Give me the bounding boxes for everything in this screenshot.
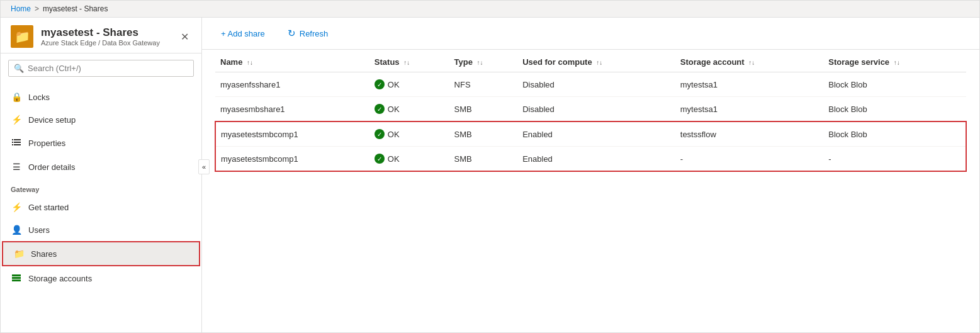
check-icon: ✓ [375, 104, 385, 114]
shares-folder-icon: 📁 [13, 249, 25, 259]
sidebar-item-shares[interactable]: 📁 Shares [2, 241, 200, 266]
sort-name-icon[interactable]: ↑↓ [247, 59, 253, 66]
add-share-button[interactable]: + Add share [215, 25, 271, 42]
sidebar-item-get-started-label: Get started [28, 203, 69, 212]
cell-compute: Disabled [517, 72, 675, 97]
cell-storage-account: testssflow [675, 121, 823, 147]
cell-storage-service: Block Blob [823, 72, 966, 97]
sidebar-item-device-setup-label: Device setup [28, 115, 76, 125]
cell-storage-account: mytestsa1 [675, 72, 823, 97]
status-ok: ✓ OK [375, 104, 444, 114]
add-share-label: + Add share [221, 29, 265, 38]
breadcrumb-home[interactable]: Home [11, 4, 31, 13]
sidebar-item-storage-accounts-label: Storage accounts [28, 274, 92, 283]
svg-rect-4 [13, 142, 14, 143]
close-button[interactable]: ✕ [178, 28, 191, 45]
cell-name: myasetestsmbcomp1 [215, 147, 369, 172]
status-ok: ✓ OK [375, 79, 444, 89]
sort-status-icon[interactable]: ↑↓ [403, 59, 410, 66]
cell-compute: Enabled [517, 121, 675, 147]
resource-icon: 📁 [11, 25, 33, 48]
cell-name: myasesmbshare1 [215, 97, 369, 122]
svg-rect-7 [12, 277, 21, 279]
sidebar: 📁 myasetest - Shares Azure Stack Edge / … [1, 18, 202, 332]
cell-type: SMB [449, 147, 518, 172]
order-details-icon: ☰ [11, 162, 22, 172]
cell-name: myasetestsmbcomp1 [215, 121, 369, 147]
properties-icon [11, 137, 22, 149]
cell-storage-service: - [823, 147, 966, 172]
table-row[interactable]: myasesmbshare1 ✓ OK SMB Disabled mytests… [215, 97, 966, 122]
refresh-icon: ↻ [288, 28, 296, 39]
sidebar-subtitle: Azure Stack Edge / Data Box Gateway [41, 39, 160, 47]
cell-compute: Disabled [517, 97, 675, 122]
sort-compute-icon[interactable]: ↑↓ [596, 59, 602, 66]
sidebar-item-locks-label: Locks [28, 93, 50, 102]
sidebar-collapse-button[interactable]: « [198, 159, 210, 174]
sidebar-item-locks[interactable]: 🔒 Locks [1, 86, 201, 108]
cell-compute: Enabled [517, 147, 675, 172]
sidebar-item-get-started[interactable]: ⚡ Get started [1, 196, 201, 218]
cell-status: ✓ OK [369, 121, 449, 147]
breadcrumb: Home > myasetest - Shares [1, 1, 979, 18]
sidebar-item-properties[interactable]: Properties [1, 131, 201, 155]
cell-storage-account: mytestsa1 [675, 97, 823, 122]
cell-type: SMB [449, 121, 518, 147]
col-status[interactable]: Status ↑↓ [369, 50, 449, 72]
check-icon: ✓ [375, 129, 385, 139]
cell-type: SMB [449, 97, 518, 122]
sidebar-item-order-details[interactable]: ☰ Order details [1, 155, 201, 178]
search-box[interactable]: 🔍 [8, 60, 194, 77]
refresh-button[interactable]: ↻ Refresh [281, 24, 335, 43]
table-row[interactable]: myasetestsmbcomp1 ✓ OK SMB Enabled - - [215, 147, 966, 172]
col-storage-service[interactable]: Storage service ↑↓ [823, 50, 966, 72]
sort-type-icon[interactable]: ↑↓ [477, 59, 483, 66]
cell-status: ✓ OK [369, 97, 449, 122]
col-type[interactable]: Type ↑↓ [449, 50, 518, 72]
sidebar-title: myasetest - Shares [41, 26, 160, 39]
get-started-icon: ⚡ [11, 202, 22, 212]
status-ok: ✓ OK [375, 154, 444, 164]
sort-storage-service-icon[interactable]: ↑↓ [894, 59, 900, 66]
sidebar-header: 📁 myasetest - Shares Azure Stack Edge / … [1, 18, 201, 54]
table-header-row: Name ↑↓ Status ↑↓ Type ↑↓ [215, 50, 966, 72]
table-area: Name ↑↓ Status ↑↓ Type ↑↓ [202, 50, 979, 332]
svg-rect-6 [12, 274, 21, 276]
cell-type: NFS [449, 72, 518, 97]
svg-rect-3 [13, 139, 14, 140]
refresh-label: Refresh [300, 29, 329, 38]
svg-rect-8 [12, 279, 21, 281]
users-icon: 👤 [11, 225, 22, 235]
sidebar-item-users-label: Users [28, 225, 50, 235]
search-icon: 🔍 [14, 64, 24, 73]
sort-storage-account-icon[interactable]: ↑↓ [748, 59, 755, 66]
lock-icon: 🔒 [11, 92, 22, 102]
svg-rect-5 [13, 144, 14, 145]
toolbar: + Add share ↻ Refresh [202, 18, 979, 50]
status-ok: ✓ OK [375, 129, 444, 139]
sidebar-nav: 🔒 Locks ⚡ Device setup [1, 83, 201, 293]
cell-storage-service: Block Blob [823, 97, 966, 122]
table-row[interactable]: myasetestsmbcomp1 ✓ OK SMB Enabled tests… [215, 121, 966, 147]
sidebar-item-device-setup[interactable]: ⚡ Device setup [1, 108, 201, 131]
cell-storage-account: - [675, 147, 823, 172]
cell-storage-service: Block Blob [823, 121, 966, 147]
col-name[interactable]: Name ↑↓ [215, 50, 369, 72]
sidebar-item-users[interactable]: 👤 Users [1, 218, 201, 241]
sidebar-title-block: myasetest - Shares Azure Stack Edge / Da… [41, 26, 160, 47]
cell-status: ✓ OK [369, 147, 449, 172]
storage-accounts-icon [11, 273, 22, 285]
sidebar-item-storage-accounts[interactable]: Storage accounts [1, 266, 201, 291]
device-setup-icon: ⚡ [11, 115, 22, 125]
col-used-for-compute[interactable]: Used for compute ↑↓ [517, 50, 675, 72]
table-row[interactable]: myasenfsshare1 ✓ OK NFS Disabled mytests… [215, 72, 966, 97]
col-storage-account[interactable]: Storage account ↑↓ [675, 50, 823, 72]
breadcrumb-separator: > [35, 4, 39, 13]
content-area: + Add share ↻ Refresh Name ↑↓ [202, 18, 979, 332]
search-input[interactable] [28, 64, 188, 73]
check-icon: ✓ [375, 154, 385, 164]
cell-status: ✓ OK [369, 72, 449, 97]
cell-name: myasenfsshare1 [215, 72, 369, 97]
sidebar-item-shares-label: Shares [31, 249, 57, 259]
gateway-section-label: Gateway [1, 178, 201, 196]
